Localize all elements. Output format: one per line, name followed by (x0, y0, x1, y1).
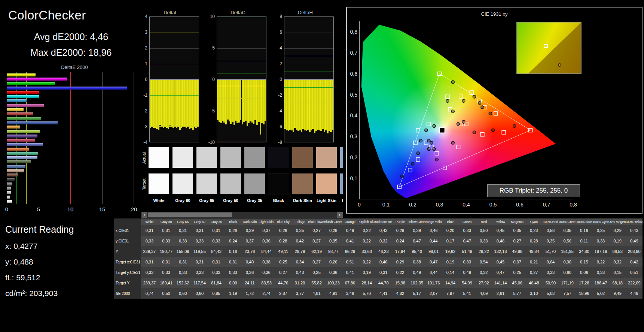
swatch-target-light-skin[interactable] (316, 173, 337, 194)
deltaE-bar-purple (7, 135, 37, 138)
swatch-actual-light-skin[interactable] (316, 147, 337, 168)
table-value: 44,76 (275, 278, 292, 288)
table-value: 0,31 (191, 257, 208, 267)
scroll-left-icon[interactable]: ◄ (141, 212, 147, 218)
table-value: 17,94 (392, 246, 409, 257)
table-value: 0,38 (258, 257, 275, 267)
table-value: 0,33 (225, 267, 241, 278)
table-value: 102,35 (409, 278, 425, 288)
table-value: 188,47 (592, 278, 609, 288)
table-value: 44,70 (375, 278, 392, 288)
swatch-actual-gray-65[interactable] (196, 147, 217, 168)
table-value: 62,19 (308, 246, 325, 257)
reference-line (150, 33, 199, 33)
table-value: 0,37 (241, 236, 258, 246)
actual-row-label: Actual (142, 148, 147, 169)
deltaE-bar-100-cyan (7, 95, 39, 98)
swatch-target-gray-80[interactable] (172, 173, 193, 194)
reference-line (150, 126, 199, 127)
table-value: 0,16 (225, 246, 241, 257)
swatch-actual-black[interactable] (268, 147, 289, 168)
swatch-actual-gray-35[interactable] (244, 147, 265, 168)
scroll-right-icon[interactable]: ► (337, 212, 343, 218)
table-value: 0,29 (392, 257, 409, 267)
swatch-target-white[interactable] (148, 173, 170, 194)
table-value: 0,39 (241, 225, 258, 236)
cie1931-chart-title: CIE 1931 xy (347, 11, 642, 17)
gridline (217, 142, 266, 142)
table-value: 0,36 (241, 267, 258, 278)
table-value: 0,50 (475, 225, 492, 236)
table-value: 0,49 (409, 267, 425, 278)
swatch-actual-white[interactable] (148, 147, 170, 168)
swatch-comparison-panel: Actual Target WhiteGray 80Gray 65Gray 50… (141, 145, 343, 219)
table-value: 28,14 (358, 278, 375, 288)
swatch-target-gray-35[interactable] (244, 173, 265, 194)
table-value: 0,19 (358, 267, 375, 278)
table-value: 68,18 (609, 278, 626, 288)
table-value: 0,51 (342, 257, 358, 267)
table-value: 84,43 (208, 246, 225, 257)
table-value: 0,33 (459, 225, 476, 236)
gridline (284, 142, 333, 142)
table-value: 15,98 (392, 278, 409, 288)
table-value: 0,46 (375, 257, 392, 267)
max-de2000-value: Max dE2000: 18,96 (0, 47, 142, 58)
swatch-label-blue-sky: Blue Sky (340, 198, 343, 203)
y-tick-label: 0,2 (350, 154, 357, 160)
scrollbar-thumb[interactable] (148, 212, 232, 217)
table-value: 0,15 (576, 257, 592, 267)
table-value: 0,60 (174, 288, 191, 299)
deltaE2000-x-axis: 05101520 (7, 206, 134, 214)
table-value: 0,33 (459, 257, 476, 267)
table-value: 0,26 (225, 225, 241, 236)
table-value: 0,00 (225, 278, 241, 288)
column-header-gray-50: Gray 50 (191, 218, 208, 225)
deltaE-bar-white (7, 200, 12, 203)
current-reading-y: y: 0,488 (5, 257, 74, 266)
table-value: 0,31 (225, 257, 241, 267)
column-header-moderate-red: Moderate Red (375, 218, 392, 225)
x-tick-label: 15 (99, 206, 106, 212)
measured-point (433, 124, 436, 127)
deltaE-bar-blue (7, 121, 58, 124)
swatch-target-black[interactable] (268, 173, 289, 194)
target-row-label: Target (142, 174, 147, 195)
table-value: 0,46 (425, 225, 442, 236)
swatch-actual-gray-80[interactable] (172, 147, 193, 168)
swatch-target-gray-50[interactable] (220, 173, 241, 194)
swatch-target-dark-skin[interactable] (292, 173, 313, 194)
reference-line (150, 95, 199, 96)
column-header-100-magenta: 100% Magenta (609, 218, 626, 225)
x-tick-label: 0,5 (489, 202, 497, 208)
swatch-target-gray-65[interactable] (196, 173, 217, 194)
table-value: 0,30 (559, 257, 576, 267)
reference-line (217, 98, 266, 99)
swatch-actual-dark-skin[interactable] (292, 147, 313, 168)
table-value: 28,22 (475, 246, 492, 257)
x-tick-label: 0,4 (463, 202, 470, 208)
table-value: 0,27 (308, 225, 325, 236)
scrollbar-track[interactable] (147, 212, 337, 218)
reference-line (284, 72, 333, 72)
table-value: 0,06 (576, 267, 592, 278)
swatch-scrollbar[interactable]: ◄ ► (141, 212, 343, 218)
table-value: 119,55 (191, 246, 208, 257)
table-value: 0,31 (208, 225, 225, 236)
swatch-target-blue-sky[interactable] (340, 173, 343, 194)
table-value: 51,70 (542, 246, 559, 257)
inset-target-marker (544, 44, 548, 48)
table-value: 7,57 (559, 288, 576, 299)
y-tick-label: 0,5 (350, 92, 357, 98)
table-value: 0,36 (258, 236, 275, 246)
measured-point (489, 112, 492, 115)
table-value: 9,49 (609, 288, 626, 299)
deltaE-bar-orange (7, 148, 29, 151)
column-header-gray-65: Gray 65 (174, 218, 191, 225)
swatch-actual-blue-sky[interactable] (340, 147, 343, 168)
measured-point (451, 81, 454, 84)
table-value: 0,32 (475, 267, 492, 278)
swatch-actual-gray-50[interactable] (220, 147, 241, 168)
table-value: 95,40 (409, 246, 425, 257)
table-row-y-cie31: y:CIE310,330,330,330,330,330,240,370,360… (114, 236, 643, 246)
